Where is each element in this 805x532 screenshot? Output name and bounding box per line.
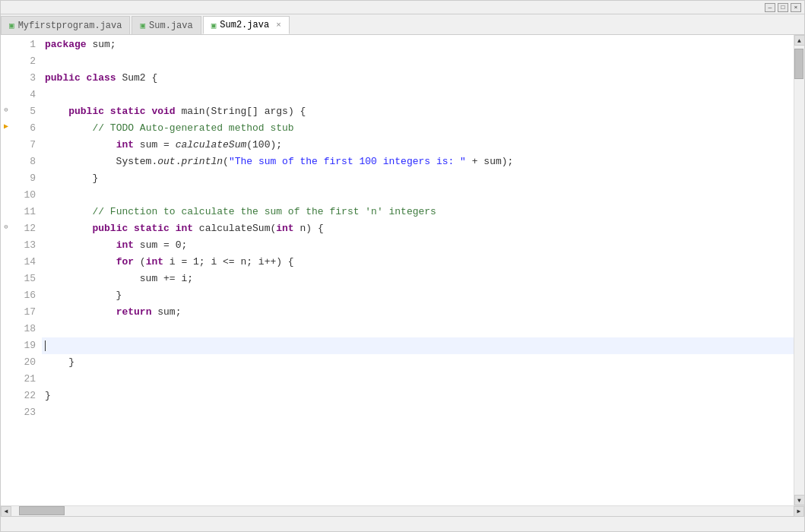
vertical-scrollbar[interactable]: ▲ ▼ xyxy=(794,35,804,505)
code-line-1: package sum; xyxy=(42,36,794,53)
linenum-7: 7 xyxy=(11,137,36,154)
h-scroll-track[interactable] xyxy=(11,506,794,516)
marker-13 xyxy=(1,236,11,252)
linenum-11: 11 xyxy=(11,204,36,220)
tab-label-sum2: Sum2.java xyxy=(220,20,269,30)
code-line-4 xyxy=(42,87,794,103)
file-icon-sum2: ▣ xyxy=(211,21,217,30)
code-line-14: for (int i = 1; i <= n; i++) { xyxy=(42,254,794,271)
marker-6: ▶ xyxy=(1,119,11,135)
code-line-7: int sum = calculateSum(100); xyxy=(42,137,794,154)
code-line-12: public static int calculateSum(int n) { xyxy=(42,220,794,237)
line-numbers: 1 2 3 4 5 6 7 8 9 10 11 12 13 14 15 16 1… xyxy=(11,35,42,505)
linenum-2: 2 xyxy=(11,53,36,70)
linenum-21: 21 xyxy=(11,371,36,388)
code-line-9: } xyxy=(42,170,794,187)
linenum-1: 1 xyxy=(11,36,36,53)
code-line-2 xyxy=(42,53,794,70)
linenum-8: 8 xyxy=(11,154,36,170)
scroll-left-arrow[interactable]: ◀ xyxy=(1,506,11,517)
file-icon-sum: ▣ xyxy=(140,21,145,30)
linenum-3: 3 xyxy=(11,70,36,87)
code-line-20: } xyxy=(42,354,794,371)
scroll-down-arrow[interactable]: ▼ xyxy=(794,495,805,505)
code-area[interactable]: package sum; public class Sum2 { public … xyxy=(42,35,794,505)
code-line-13: int sum = 0; xyxy=(42,237,794,254)
marker-19 xyxy=(1,336,11,353)
marker-1 xyxy=(1,35,11,52)
code-line-11: // Function to calculate the sum of the … xyxy=(42,204,794,220)
linenum-6: 6 xyxy=(11,120,36,137)
marker-5[interactable]: ⊖ xyxy=(1,102,11,119)
marker-12[interactable]: ⊖ xyxy=(1,219,11,236)
linenum-10: 10 xyxy=(11,187,36,204)
file-icon-myfirst: ▣ xyxy=(9,21,14,30)
marker-3 xyxy=(1,68,11,85)
marker-23 xyxy=(1,403,11,420)
editor-container: ⊖ ▶ ⊖ 1 xyxy=(1,35,804,505)
code-line-19 xyxy=(42,337,794,354)
editor-scroll: ⊖ ▶ ⊖ 1 xyxy=(1,35,794,505)
tab-close-sum2[interactable]: × xyxy=(276,21,281,30)
scroll-track[interactable] xyxy=(794,46,804,495)
linenum-20: 20 xyxy=(11,354,36,371)
code-line-8: System.out.println("The sum of the first… xyxy=(42,154,794,170)
horizontal-scrollbar[interactable]: ◀ ▶ xyxy=(1,505,804,516)
linenum-15: 15 xyxy=(11,271,36,287)
scroll-thumb[interactable] xyxy=(794,49,803,79)
minimize-button[interactable]: — xyxy=(765,3,775,12)
main-window: — □ × ▣ Myfirstprogram.java ▣ Sum.java ▣… xyxy=(0,0,805,532)
linenum-5: 5 xyxy=(11,103,36,120)
code-line-15: sum += i; xyxy=(42,271,794,287)
marker-22 xyxy=(1,386,11,403)
marker-16 xyxy=(1,286,11,302)
tabs-bar: ▣ Myfirstprogram.java ▣ Sum.java ▣ Sum2.… xyxy=(1,14,804,35)
tab-label-myfirst: Myfirstprogram.java xyxy=(18,21,122,31)
code-line-10 xyxy=(42,187,794,204)
marker-7 xyxy=(1,135,11,152)
scroll-up-arrow[interactable]: ▲ xyxy=(794,35,805,46)
linenum-9: 9 xyxy=(11,170,36,187)
code-line-23 xyxy=(42,404,794,421)
linenum-4: 4 xyxy=(11,87,36,103)
status-bar xyxy=(1,516,804,531)
linenum-18: 18 xyxy=(11,321,36,337)
marker-15 xyxy=(1,269,11,286)
h-scroll-thumb[interactable] xyxy=(19,506,65,515)
marker-11 xyxy=(1,202,11,219)
linenum-16: 16 xyxy=(11,287,36,304)
marker-10 xyxy=(1,185,11,202)
close-button[interactable]: × xyxy=(791,3,801,12)
linenum-22: 22 xyxy=(11,388,36,404)
scroll-right-arrow[interactable]: ▶ xyxy=(794,506,804,517)
tab-sum[interactable]: ▣ Sum.java xyxy=(132,16,201,34)
code-line-21 xyxy=(42,371,794,388)
marker-9 xyxy=(1,169,11,185)
linenum-13: 13 xyxy=(11,237,36,254)
linenum-17: 17 xyxy=(11,304,36,321)
window-controls: — □ × xyxy=(1,1,804,14)
linenum-23: 23 xyxy=(11,404,36,421)
code-line-3: public class Sum2 { xyxy=(42,70,794,87)
linenum-12: 12 xyxy=(11,220,36,237)
marker-18 xyxy=(1,319,11,336)
code-line-22: } xyxy=(42,388,794,404)
code-line-18 xyxy=(42,321,794,337)
linenum-19: 19 xyxy=(11,337,36,354)
code-line-5: public static void main(String[] args) { xyxy=(42,103,794,120)
marker-20 xyxy=(1,353,11,369)
code-line-17: return sum; xyxy=(42,304,794,321)
linenum-14: 14 xyxy=(11,254,36,271)
marker-2 xyxy=(1,52,11,68)
line-markers: ⊖ ▶ ⊖ xyxy=(1,35,11,505)
marker-8 xyxy=(1,152,11,169)
restore-button[interactable]: □ xyxy=(778,3,788,12)
code-line-16: } xyxy=(42,287,794,304)
tab-sum2[interactable]: ▣ Sum2.java × xyxy=(203,16,290,34)
marker-17 xyxy=(1,302,11,319)
marker-21 xyxy=(1,369,11,386)
code-line-6: // TODO Auto-generated method stub xyxy=(42,120,794,137)
marker-4 xyxy=(1,85,11,102)
marker-14 xyxy=(1,252,11,269)
tab-myfirstprogram[interactable]: ▣ Myfirstprogram.java xyxy=(1,16,130,34)
